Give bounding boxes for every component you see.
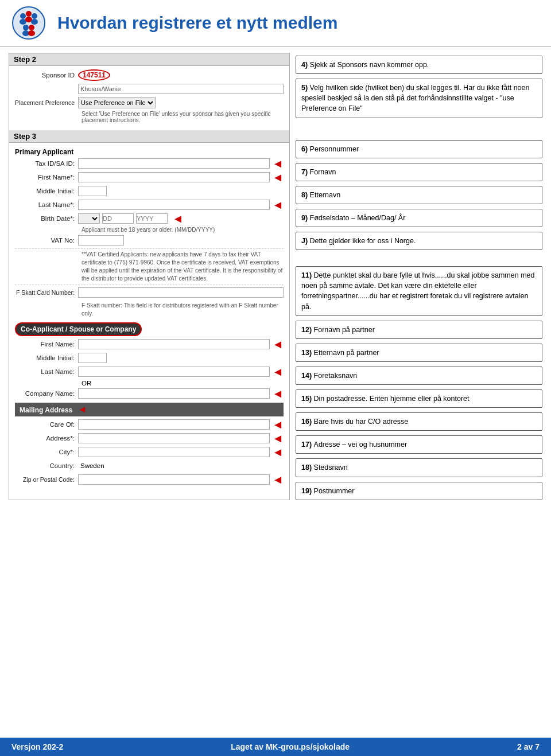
birth-month-select[interactable] (78, 213, 100, 224)
page-title: Hvordan registrere et nytt medlem (57, 13, 337, 33)
address-label: Address*: (15, 435, 78, 442)
annotation-13: 13) Etternavn på partner (296, 344, 542, 362)
main-content: Step 2 Sponsor ID 147511 Placement Prefe… (0, 47, 551, 523)
co-middle-label: Middle Initial: (15, 354, 78, 361)
last-name-arrow: ◄ (272, 199, 284, 211)
company-arrow: ◄ (272, 388, 284, 399)
mailing-address-header: Mailing Address ◄ (15, 403, 284, 416)
f-skatt-input[interactable] (78, 287, 284, 298)
birth-date-row: Birth Date*: ◄ (15, 213, 284, 224)
zip-label: Zip or Postal Code: (15, 476, 78, 483)
svg-point-10 (29, 25, 34, 30)
birth-date-label: Birth Date*: (15, 215, 78, 222)
footer-page: 2 av 7 (517, 742, 540, 751)
annotation-19: 19) Postnummer (296, 482, 542, 500)
vat-input[interactable] (78, 235, 124, 245)
sponsor-id-label: Sponsor ID (15, 72, 78, 79)
tax-id-arrow: ◄ (272, 158, 284, 169)
mailing-arrow: ◄ (78, 404, 87, 414)
step3-header: Step 3 (9, 130, 289, 143)
sponsor-id-value: 147511 (78, 69, 110, 81)
first-name-input[interactable] (78, 172, 270, 182)
annotation-14: 14) Foretaksnavn (296, 367, 542, 385)
annotation-18: 18) Stedsnavn (296, 458, 542, 477)
birth-date-arrow: ◄ (172, 213, 184, 224)
tax-id-input[interactable] (78, 158, 270, 169)
first-name-row: First Name*: ◄ (15, 172, 284, 183)
placement-select[interactable]: Use Preference on File (78, 97, 156, 108)
co-last-arrow: ◄ (272, 366, 284, 377)
co-applicant-header: Co-Applicant / Spouse or Company (15, 322, 142, 336)
city-label: City*: (15, 449, 78, 455)
zip-row: Zip or Postal Code: ◄ (15, 474, 284, 485)
co-middle-input[interactable] (78, 353, 107, 363)
address-row: Address*: ◄ (15, 432, 284, 444)
annotation-4: 4) Sjekk at Sponsors navn kommer opp. (296, 56, 542, 74)
logo (11, 6, 46, 40)
step3-section: Primary Applicant Tax ID/SA ID: ◄ First … (9, 143, 289, 491)
co-last-name-input[interactable] (78, 367, 270, 377)
company-name-label: Company Name: (15, 390, 78, 397)
form-panel: Step 2 Sponsor ID 147511 Placement Prefe… (9, 53, 290, 500)
co-middle-row: Middle Initial: (15, 352, 284, 364)
svg-point-4 (26, 11, 32, 17)
annotation-6: 6) Personnummer (296, 140, 542, 158)
annotation-17: 17) Adresse – vei og husnummer (296, 435, 542, 454)
city-arrow: ◄ (272, 446, 284, 458)
annotation-5: 5) Velg hvilken side (hvilket ben) du sk… (296, 79, 542, 118)
middle-initial-label: Middle Initial: (15, 188, 78, 194)
vat-note: **VAT Certified Applicants: new applican… (15, 248, 284, 285)
company-name-input[interactable] (78, 388, 270, 399)
care-of-arrow: ◄ (272, 419, 284, 430)
middle-initial-row: Middle Initial: (15, 185, 284, 197)
annotation-7: 7) Fornavn (296, 163, 542, 181)
annotation-11: 11) Dette punktet skal du bare fylle ut … (296, 266, 542, 316)
annotation-12: 12) Fornavn på partner (296, 321, 542, 339)
co-last-name-label: Last Name: (15, 368, 78, 375)
care-of-label: Care Of: (15, 421, 78, 428)
co-first-name-label: First Name: (15, 341, 78, 348)
footer-credit: Laget av MK-grou.ps/sjokolade (231, 742, 350, 751)
annotation-15: 15) Din postadresse. Enten hjemme eller … (296, 389, 542, 408)
primary-applicant-title: Primary Applicant (15, 146, 284, 158)
placement-row: Placement Preference Use Preference on F… (15, 97, 284, 108)
country-value: Sweden (78, 462, 104, 469)
age-note: Applicant must be 18 years or older. (MM… (15, 227, 284, 233)
city-input[interactable] (78, 447, 270, 457)
address-input[interactable] (78, 433, 270, 443)
birth-year-input[interactable] (136, 213, 168, 224)
care-of-row: Care Of: ◄ (15, 419, 284, 430)
f-skatt-label: F Skatt Card Number: (15, 289, 78, 296)
sponsor-id-row: Sponsor ID 147511 (15, 69, 284, 81)
birth-day-input[interactable] (102, 213, 134, 224)
country-label: Country: (15, 462, 78, 469)
annotation-9: 9) Fødselsdato – Måned/Dag/ År (296, 209, 542, 227)
placement-note: Select 'Use Preference on File' unless y… (15, 111, 284, 123)
care-of-input[interactable] (78, 419, 270, 430)
country-row: Country: Sweden (15, 460, 284, 471)
svg-point-6 (32, 13, 37, 19)
svg-point-11 (28, 30, 35, 36)
middle-initial-input[interactable] (78, 186, 107, 196)
annotation-16: 16) Bare hvis du har C/O adresse (296, 412, 542, 431)
svg-point-8 (23, 25, 29, 30)
step2-header: Step 2 (9, 53, 289, 66)
last-name-input[interactable] (78, 200, 270, 210)
company-name-row: Company Name: ◄ (15, 388, 284, 399)
first-name-label: First Name*: (15, 174, 78, 181)
vat-label: VAT No: (15, 237, 78, 244)
annotation-j: J) Dette gjelder ikke for oss i Norge. (296, 232, 542, 250)
zip-input[interactable] (78, 474, 270, 485)
co-first-name-input[interactable] (78, 339, 270, 349)
footer-version: Versjon 202-2 (11, 742, 63, 751)
page-header: Hvordan registrere et nytt medlem (0, 0, 551, 47)
svg-point-7 (31, 19, 38, 25)
f-skatt-row: F Skatt Card Number: (15, 287, 284, 298)
sponsor-name-input[interactable] (78, 84, 284, 94)
or-row: OR (15, 380, 284, 387)
address-arrow: ◄ (272, 432, 284, 444)
page-footer: Versjon 202-2 Laget av MK-grou.ps/sjokol… (0, 738, 551, 756)
tax-id-row: Tax ID/SA ID: ◄ (15, 158, 284, 169)
last-name-row: Last Name*: ◄ (15, 199, 284, 211)
zip-arrow: ◄ (272, 474, 284, 485)
